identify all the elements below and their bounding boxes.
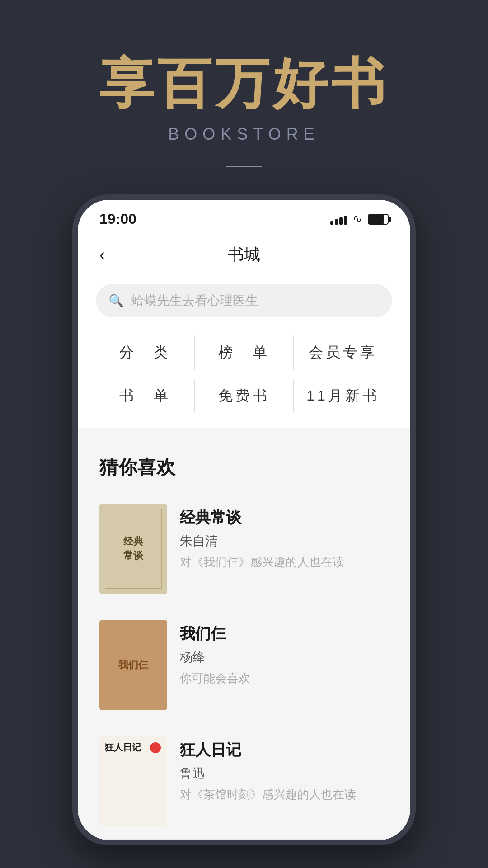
phone-screen: 19:00 ∿ ‹ 书城 xyxy=(78,200,410,840)
section-separator xyxy=(78,428,410,437)
book-info-1: 经典常谈 朱自清 对《我们仨》感兴趣的人也在读 xyxy=(180,504,389,570)
wifi-icon: ∿ xyxy=(352,212,362,226)
section-title: 猜你喜欢 xyxy=(99,455,389,480)
category-item-vip[interactable]: 会员专享 xyxy=(294,335,392,370)
book-info-2: 我们仨 杨绛 你可能会喜欢 xyxy=(180,620,389,686)
hero-divider xyxy=(226,166,262,167)
cover-text-1: 经典常谈 xyxy=(123,535,143,563)
nav-title: 书城 xyxy=(127,244,361,266)
category-item-shudan[interactable]: 书 单 xyxy=(96,379,194,413)
content-area: 猜你喜欢 经典常谈 经典常谈 朱自清 对《我 xyxy=(78,437,410,840)
book-title-2: 我们仨 xyxy=(180,623,389,644)
signal-icon xyxy=(330,214,347,225)
book-desc-3: 对《茶馆时刻》感兴趣的人也在读 xyxy=(180,787,389,802)
hero-subtitle: BOOKSTORE xyxy=(0,125,488,144)
status-time: 19:00 xyxy=(99,211,136,227)
category-item-bangdan[interactable]: 榜 单 xyxy=(195,335,293,370)
book-title-3: 狂人日记 xyxy=(180,740,389,760)
category-menu: 分 类 榜 单 会员专享 书 单 免费书 11月新书 xyxy=(78,328,410,428)
section-header: 猜你喜欢 xyxy=(78,437,410,491)
book-author-2: 杨绛 xyxy=(180,649,389,666)
battery-icon xyxy=(368,214,389,225)
list-item[interactable]: 我们仨 我们仨 杨绛 你可能会喜欢 xyxy=(99,607,389,723)
search-container: 🔍 蛤蟆先生去看心理医生 xyxy=(78,277,410,328)
book-cover-3: 狂人日记 xyxy=(99,736,167,826)
search-placeholder: 蛤蟆先生去看心理医生 xyxy=(131,292,258,309)
cover-text-3: 狂人日记 xyxy=(105,741,141,754)
cover-text-2: 我们仨 xyxy=(118,658,148,672)
status-bar: 19:00 ∿ xyxy=(78,200,410,235)
status-icons: ∿ xyxy=(330,212,389,226)
phone-container: 19:00 ∿ ‹ 书城 xyxy=(72,194,416,845)
back-button[interactable]: ‹ xyxy=(99,245,127,264)
list-item[interactable]: 经典常谈 经典常谈 朱自清 对《我们仨》感兴趣的人也在读 xyxy=(99,491,389,607)
category-item-fenli[interactable]: 分 类 xyxy=(96,335,194,370)
book-cover-2: 我们仨 xyxy=(99,620,167,710)
book-title-1: 经典常谈 xyxy=(180,507,389,528)
book-desc-2: 你可能会喜欢 xyxy=(180,670,389,686)
category-item-newbook[interactable]: 11月新书 xyxy=(294,379,392,413)
search-bar[interactable]: 🔍 蛤蟆先生去看心理医生 xyxy=(96,284,392,317)
list-item[interactable]: 狂人日记 狂人日记 鲁迅 对《茶馆时刻》感兴趣的人也在读 xyxy=(99,723,389,840)
nav-bar: ‹ 书城 xyxy=(78,235,410,277)
book-cover-1: 经典常谈 xyxy=(99,504,167,594)
category-item-freebook[interactable]: 免费书 xyxy=(195,379,293,413)
phone-frame: 19:00 ∿ ‹ 书城 xyxy=(72,194,416,845)
book-desc-1: 对《我们仨》感兴趣的人也在读 xyxy=(180,554,389,570)
hero-title: 享百万好书 xyxy=(0,54,488,114)
search-icon: 🔍 xyxy=(108,293,124,308)
book-info-3: 狂人日记 鲁迅 对《茶馆时刻》感兴趣的人也在读 xyxy=(180,736,389,802)
category-grid: 分 类 榜 单 会员专享 书 单 免费书 11月新书 xyxy=(96,335,392,413)
book-author-1: 朱自清 xyxy=(180,533,389,550)
book-author-3: 鲁迅 xyxy=(180,765,389,782)
cover-dot-3 xyxy=(150,742,161,753)
book-list: 经典常谈 经典常谈 朱自清 对《我们仨》感兴趣的人也在读 xyxy=(78,491,410,840)
hero-section: 享百万好书 BOOKSTORE xyxy=(0,0,488,203)
